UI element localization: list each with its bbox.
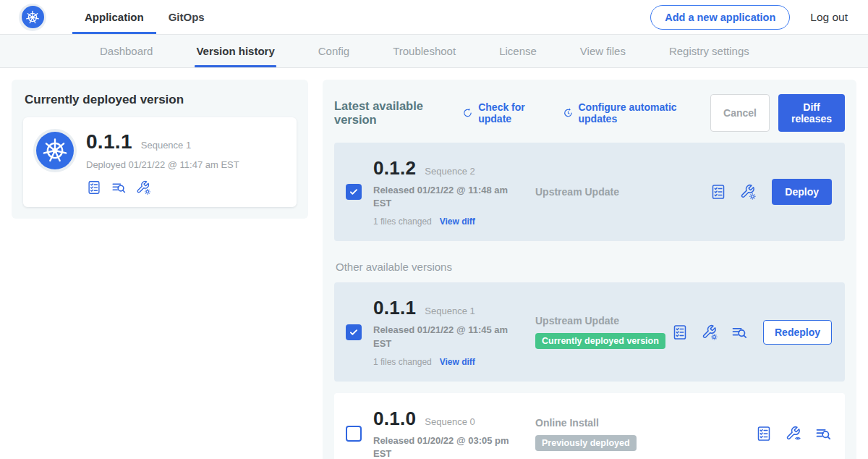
preflight-checks-icon[interactable]	[86, 180, 102, 195]
latest-version-title: Latest available version	[334, 99, 446, 127]
released-timestamp: Released 01/20/22 @ 03:05 pm EST	[373, 434, 515, 459]
subnav-tab-version-history[interactable]: Version history	[196, 35, 274, 67]
subnav-tab-view-files[interactable]: View files	[580, 35, 626, 67]
add-application-button[interactable]: Add a new application	[650, 5, 790, 30]
version-checkbox[interactable]	[346, 324, 362, 340]
version-checkbox[interactable]	[346, 426, 362, 442]
kubernetes-logo	[19, 4, 46, 31]
currently-deployed-panel: Currently deployed version 0.1.1 Sequenc…	[12, 80, 308, 219]
deployed-sequence-label: Sequence 1	[141, 140, 191, 151]
currently-deployed-badge: Currently deployed version	[535, 333, 665, 349]
configure-updates-label: Configure automatic updates	[579, 101, 695, 125]
version-history-panel: Latest available version Check for updat…	[323, 80, 856, 459]
files-changed-label: 1 files changed	[373, 216, 432, 227]
refresh-icon	[462, 106, 473, 119]
view-config-icon[interactable]	[785, 425, 802, 442]
version-number: 0.1.2	[373, 157, 416, 180]
sequence-label: Sequence 0	[425, 416, 475, 427]
view-diff-link[interactable]: View diff	[440, 216, 475, 227]
deployed-panel-title: Currently deployed version	[25, 93, 295, 107]
app-subnav: Dashboard Version history Config Trouble…	[0, 35, 868, 68]
version-checkbox[interactable]	[346, 184, 362, 200]
previously-deployed-badge: Previously deployed	[535, 435, 637, 451]
deploy-logs-icon[interactable]	[111, 180, 127, 195]
deploy-logs-icon[interactable]	[814, 425, 832, 442]
clock-refresh-icon	[563, 106, 574, 119]
other-versions-label: Other available versions	[336, 261, 843, 273]
version-row-0-1-2: 0.1.2 Sequence 2 Released 01/21/22 @ 11:…	[334, 143, 845, 241]
files-changed-label: 1 files changed	[373, 357, 432, 367]
preflight-checks-icon[interactable]	[755, 425, 773, 442]
released-timestamp: Released 01/21/22 @ 11:48 am EST	[373, 184, 515, 210]
tab-gitops-label: GitOps	[169, 11, 205, 23]
subnav-tab-dashboard[interactable]: Dashboard	[100, 35, 153, 67]
top-bar: Application GitOps Add a new application…	[0, 0, 868, 35]
source-label: Upstream Update	[535, 315, 671, 327]
diff-releases-button[interactable]: Diff releases	[778, 94, 845, 132]
source-label: Upstream Update	[535, 186, 710, 198]
version-number: 0.1.0	[373, 408, 416, 430]
version-number: 0.1.1	[373, 297, 416, 319]
released-timestamp: Released 01/21/22 @ 11:45 am EST	[373, 324, 515, 350]
tab-application-label: Application	[85, 11, 144, 23]
subnav-tab-registry-settings[interactable]: Registry settings	[669, 35, 749, 67]
check-for-update-link[interactable]: Check for update	[462, 101, 546, 125]
version-row-0-1-0: 0.1.0 Sequence 0 Released 01/20/22 @ 03:…	[334, 393, 845, 459]
check-for-update-label: Check for update	[478, 101, 546, 125]
cancel-button[interactable]: Cancel	[710, 94, 770, 132]
checkmark-icon	[349, 327, 359, 337]
config-icon[interactable]	[701, 324, 718, 341]
tab-application[interactable]: Application	[72, 0, 156, 34]
config-icon[interactable]	[739, 183, 757, 201]
tab-gitops[interactable]: GitOps	[156, 0, 217, 34]
deployed-timestamp: Deployed 01/21/22 @ 11:47 am EST	[86, 159, 239, 170]
config-icon[interactable]	[135, 180, 151, 195]
subnav-tab-license[interactable]: License	[499, 35, 537, 67]
logout-button[interactable]: Log out	[810, 11, 848, 24]
sequence-label: Sequence 2	[425, 166, 475, 177]
deploy-logs-icon[interactable]	[731, 324, 748, 341]
deployed-version-card: 0.1.1 Sequence 1 Deployed 01/21/22 @ 11:…	[23, 117, 297, 207]
checkmark-icon	[349, 187, 359, 197]
redeploy-button[interactable]: Redeploy	[763, 320, 832, 345]
deploy-button[interactable]: Deploy	[772, 179, 832, 205]
app-kubernetes-icon	[36, 132, 74, 169]
subnav-tab-troubleshoot[interactable]: Troubleshoot	[393, 35, 456, 67]
view-diff-link[interactable]: View diff	[440, 357, 475, 367]
subnav-tab-config[interactable]: Config	[318, 35, 349, 67]
configure-updates-link[interactable]: Configure automatic updates	[563, 101, 694, 125]
app-gitops-tabs: Application GitOps	[72, 0, 217, 34]
source-label: Online Install	[535, 417, 755, 429]
version-row-0-1-1: 0.1.1 Sequence 1 Released 01/21/22 @ 11:…	[334, 282, 845, 381]
sequence-label: Sequence 1	[425, 306, 475, 316]
preflight-checks-icon[interactable]	[671, 324, 689, 341]
preflight-checks-icon[interactable]	[710, 183, 727, 201]
deployed-version-number: 0.1.1	[86, 130, 132, 153]
